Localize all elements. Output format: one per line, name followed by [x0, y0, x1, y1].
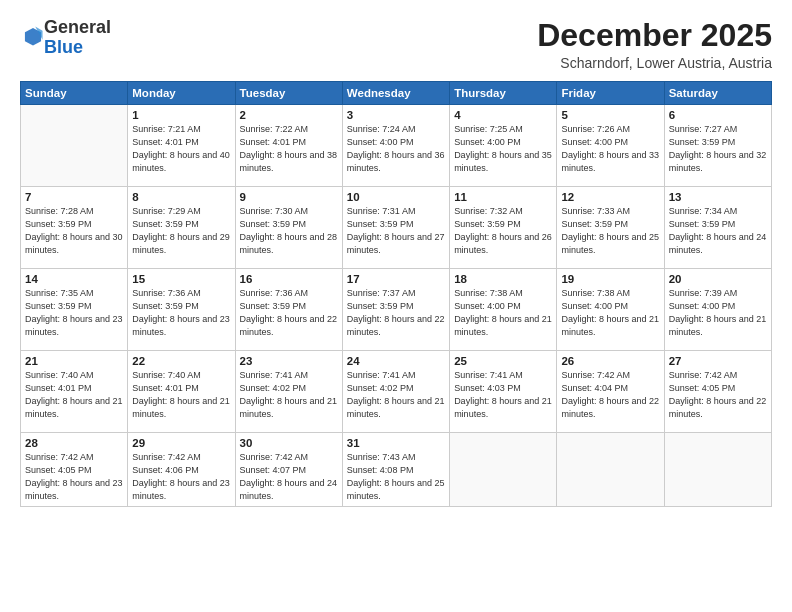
day-number: 29: [132, 437, 230, 449]
day-info: Sunrise: 7:29 AM Sunset: 3:59 PM Dayligh…: [132, 205, 230, 257]
calendar-week-row: 7Sunrise: 7:28 AM Sunset: 3:59 PM Daylig…: [21, 187, 772, 269]
calendar-day-cell: [450, 433, 557, 507]
calendar-day-cell: 30Sunrise: 7:42 AM Sunset: 4:07 PM Dayli…: [235, 433, 342, 507]
day-info: Sunrise: 7:41 AM Sunset: 4:02 PM Dayligh…: [240, 369, 338, 421]
day-number: 7: [25, 191, 123, 203]
day-info: Sunrise: 7:42 AM Sunset: 4:06 PM Dayligh…: [132, 451, 230, 503]
calendar-day-cell: 18Sunrise: 7:38 AM Sunset: 4:00 PM Dayli…: [450, 269, 557, 351]
calendar-header-row: SundayMondayTuesdayWednesdayThursdayFrid…: [21, 82, 772, 105]
day-number: 28: [25, 437, 123, 449]
calendar-day-cell: 14Sunrise: 7:35 AM Sunset: 3:59 PM Dayli…: [21, 269, 128, 351]
day-number: 15: [132, 273, 230, 285]
calendar-day-cell: 9Sunrise: 7:30 AM Sunset: 3:59 PM Daylig…: [235, 187, 342, 269]
day-info: Sunrise: 7:39 AM Sunset: 4:00 PM Dayligh…: [669, 287, 767, 339]
day-info: Sunrise: 7:30 AM Sunset: 3:59 PM Dayligh…: [240, 205, 338, 257]
day-number: 20: [669, 273, 767, 285]
day-info: Sunrise: 7:25 AM Sunset: 4:00 PM Dayligh…: [454, 123, 552, 175]
calendar-day-cell: 23Sunrise: 7:41 AM Sunset: 4:02 PM Dayli…: [235, 351, 342, 433]
day-number: 11: [454, 191, 552, 203]
day-number: 2: [240, 109, 338, 121]
calendar-week-row: 28Sunrise: 7:42 AM Sunset: 4:05 PM Dayli…: [21, 433, 772, 507]
day-number: 10: [347, 191, 445, 203]
day-number: 18: [454, 273, 552, 285]
day-info: Sunrise: 7:34 AM Sunset: 3:59 PM Dayligh…: [669, 205, 767, 257]
calendar-day-cell: 6Sunrise: 7:27 AM Sunset: 3:59 PM Daylig…: [664, 105, 771, 187]
day-info: Sunrise: 7:42 AM Sunset: 4:05 PM Dayligh…: [25, 451, 123, 503]
day-info: Sunrise: 7:21 AM Sunset: 4:01 PM Dayligh…: [132, 123, 230, 175]
day-info: Sunrise: 7:22 AM Sunset: 4:01 PM Dayligh…: [240, 123, 338, 175]
day-info: Sunrise: 7:42 AM Sunset: 4:04 PM Dayligh…: [561, 369, 659, 421]
day-number: 13: [669, 191, 767, 203]
day-number: 22: [132, 355, 230, 367]
day-number: 24: [347, 355, 445, 367]
calendar-day-cell: 10Sunrise: 7:31 AM Sunset: 3:59 PM Dayli…: [342, 187, 449, 269]
col-header-wednesday: Wednesday: [342, 82, 449, 105]
day-number: 26: [561, 355, 659, 367]
calendar-week-row: 21Sunrise: 7:40 AM Sunset: 4:01 PM Dayli…: [21, 351, 772, 433]
location-title: Scharndorf, Lower Austria, Austria: [537, 55, 772, 71]
day-number: 27: [669, 355, 767, 367]
day-number: 12: [561, 191, 659, 203]
title-block: December 2025 Scharndorf, Lower Austria,…: [537, 18, 772, 71]
day-number: 8: [132, 191, 230, 203]
day-info: Sunrise: 7:26 AM Sunset: 4:00 PM Dayligh…: [561, 123, 659, 175]
day-number: 21: [25, 355, 123, 367]
day-number: 5: [561, 109, 659, 121]
day-number: 19: [561, 273, 659, 285]
calendar-day-cell: [21, 105, 128, 187]
calendar-day-cell: 25Sunrise: 7:41 AM Sunset: 4:03 PM Dayli…: [450, 351, 557, 433]
header: General Blue December 2025 Scharndorf, L…: [20, 18, 772, 71]
day-info: Sunrise: 7:35 AM Sunset: 3:59 PM Dayligh…: [25, 287, 123, 339]
day-info: Sunrise: 7:32 AM Sunset: 3:59 PM Dayligh…: [454, 205, 552, 257]
calendar-day-cell: 28Sunrise: 7:42 AM Sunset: 4:05 PM Dayli…: [21, 433, 128, 507]
calendar-day-cell: [557, 433, 664, 507]
day-info: Sunrise: 7:36 AM Sunset: 3:59 PM Dayligh…: [240, 287, 338, 339]
day-info: Sunrise: 7:28 AM Sunset: 3:59 PM Dayligh…: [25, 205, 123, 257]
day-number: 1: [132, 109, 230, 121]
calendar-day-cell: 8Sunrise: 7:29 AM Sunset: 3:59 PM Daylig…: [128, 187, 235, 269]
month-title: December 2025: [537, 18, 772, 53]
logo: General Blue: [20, 18, 111, 58]
col-header-saturday: Saturday: [664, 82, 771, 105]
day-number: 16: [240, 273, 338, 285]
calendar-day-cell: 4Sunrise: 7:25 AM Sunset: 4:00 PM Daylig…: [450, 105, 557, 187]
calendar-week-row: 14Sunrise: 7:35 AM Sunset: 3:59 PM Dayli…: [21, 269, 772, 351]
col-header-sunday: Sunday: [21, 82, 128, 105]
calendar-day-cell: 1Sunrise: 7:21 AM Sunset: 4:01 PM Daylig…: [128, 105, 235, 187]
calendar-table: SundayMondayTuesdayWednesdayThursdayFrid…: [20, 81, 772, 507]
day-number: 9: [240, 191, 338, 203]
calendar-week-row: 1Sunrise: 7:21 AM Sunset: 4:01 PM Daylig…: [21, 105, 772, 187]
calendar-day-cell: 21Sunrise: 7:40 AM Sunset: 4:01 PM Dayli…: [21, 351, 128, 433]
calendar-day-cell: 22Sunrise: 7:40 AM Sunset: 4:01 PM Dayli…: [128, 351, 235, 433]
calendar-day-cell: 5Sunrise: 7:26 AM Sunset: 4:00 PM Daylig…: [557, 105, 664, 187]
calendar-day-cell: 17Sunrise: 7:37 AM Sunset: 3:59 PM Dayli…: [342, 269, 449, 351]
calendar-day-cell: 31Sunrise: 7:43 AM Sunset: 4:08 PM Dayli…: [342, 433, 449, 507]
col-header-tuesday: Tuesday: [235, 82, 342, 105]
col-header-thursday: Thursday: [450, 82, 557, 105]
day-info: Sunrise: 7:36 AM Sunset: 3:59 PM Dayligh…: [132, 287, 230, 339]
day-info: Sunrise: 7:42 AM Sunset: 4:07 PM Dayligh…: [240, 451, 338, 503]
calendar-day-cell: 16Sunrise: 7:36 AM Sunset: 3:59 PM Dayli…: [235, 269, 342, 351]
calendar-day-cell: 29Sunrise: 7:42 AM Sunset: 4:06 PM Dayli…: [128, 433, 235, 507]
day-info: Sunrise: 7:42 AM Sunset: 4:05 PM Dayligh…: [669, 369, 767, 421]
day-info: Sunrise: 7:40 AM Sunset: 4:01 PM Dayligh…: [132, 369, 230, 421]
logo-general: General: [44, 17, 111, 37]
calendar-day-cell: 20Sunrise: 7:39 AM Sunset: 4:00 PM Dayli…: [664, 269, 771, 351]
day-info: Sunrise: 7:33 AM Sunset: 3:59 PM Dayligh…: [561, 205, 659, 257]
day-number: 25: [454, 355, 552, 367]
day-number: 23: [240, 355, 338, 367]
day-info: Sunrise: 7:27 AM Sunset: 3:59 PM Dayligh…: [669, 123, 767, 175]
day-number: 6: [669, 109, 767, 121]
day-info: Sunrise: 7:43 AM Sunset: 4:08 PM Dayligh…: [347, 451, 445, 503]
day-number: 4: [454, 109, 552, 121]
col-header-monday: Monday: [128, 82, 235, 105]
calendar-day-cell: [664, 433, 771, 507]
col-header-friday: Friday: [557, 82, 664, 105]
day-number: 14: [25, 273, 123, 285]
day-info: Sunrise: 7:24 AM Sunset: 4:00 PM Dayligh…: [347, 123, 445, 175]
day-info: Sunrise: 7:40 AM Sunset: 4:01 PM Dayligh…: [25, 369, 123, 421]
day-info: Sunrise: 7:31 AM Sunset: 3:59 PM Dayligh…: [347, 205, 445, 257]
calendar-day-cell: 2Sunrise: 7:22 AM Sunset: 4:01 PM Daylig…: [235, 105, 342, 187]
calendar-day-cell: 12Sunrise: 7:33 AM Sunset: 3:59 PM Dayli…: [557, 187, 664, 269]
logo-text: General Blue: [44, 18, 111, 58]
